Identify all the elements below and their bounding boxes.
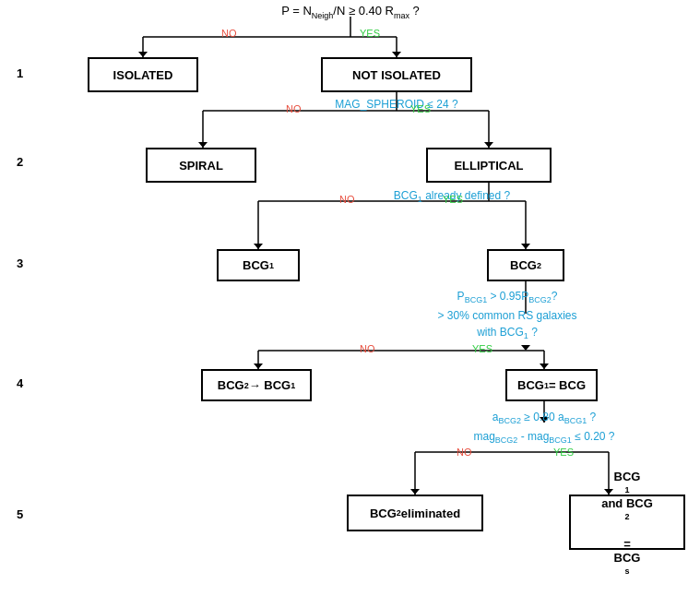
elliptical-box: ELLIPTICAL	[426, 148, 552, 183]
label-no-3: NO	[339, 194, 355, 205]
mag-spheroid-question: MAG_SPHEROID ≤ 24 ?	[286, 98, 507, 111]
isolated-box: ISOLATED	[88, 57, 198, 92]
step-5: 5	[17, 507, 23, 521]
top-question: P = NNeigh/N ≥ 0.40 Rmax ?	[184, 4, 516, 20]
bcg1-eq-bcg-box: BCG1 = BCG	[505, 369, 598, 401]
label-yes-4: YES	[472, 343, 492, 354]
svg-marker-31	[521, 345, 530, 351]
bcgs-both-box: BCG1 and BCG2=BCGs	[569, 495, 685, 550]
step-1: 1	[17, 66, 23, 80]
bcg2-to-bcg1-box: BCG2 → BCG1	[201, 369, 312, 401]
not-isolated-box: NOT ISOLATED	[321, 57, 472, 92]
bcg1-box: BCG1	[217, 249, 300, 281]
step-3: 3	[17, 256, 23, 270]
spiral-box: SPIRAL	[146, 148, 256, 183]
step-4: 4	[17, 376, 23, 390]
p-bcg-question: PBCG1 > 0.95PBCG2? > 30% common RS galax…	[406, 288, 609, 343]
label-no-1: NO	[221, 28, 237, 39]
bcg2-box: BCG2	[487, 249, 564, 281]
step-2: 2	[17, 155, 23, 169]
label-no-2: NO	[286, 103, 302, 114]
label-yes-1: YES	[360, 28, 380, 39]
label-yes-2: YES	[410, 103, 431, 114]
label-no-4: NO	[360, 343, 375, 354]
a-bcg-question: aBCG2 ≥ 0.80 aBCG1 ? magBCG2 - magBCG1 ≤…	[424, 409, 664, 447]
label-no-5: NO	[457, 447, 472, 458]
label-yes-3: YES	[443, 194, 463, 205]
label-yes-5: YES	[553, 447, 574, 458]
bcg2-eliminated-box: BCG2 eliminated	[347, 495, 483, 531]
flowchart-diagram: 1 2 3 4 5 P = NNeigh/N ≥ 0.40 Rmax ? NO …	[0, 0, 700, 596]
